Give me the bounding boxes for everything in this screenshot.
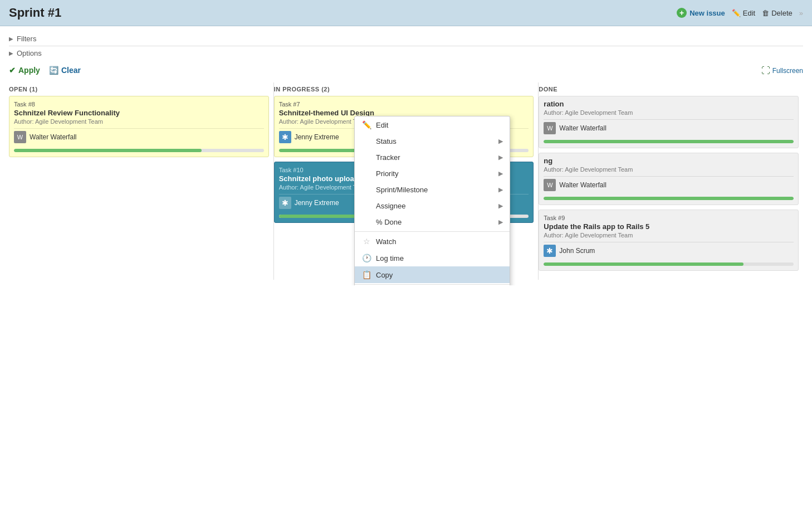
refresh-icon: 🔄 [49, 66, 58, 75]
card-task8-progress [14, 149, 264, 152]
card-task9[interactable]: Task #9 Update the Rails app to Rails 5 … [539, 210, 799, 271]
menu-item-copy[interactable]: 📋 Copy [355, 266, 510, 283]
card-task9-assignee: ✱ John Scrum [544, 242, 794, 259]
card-partial2-title: ng [544, 157, 794, 165]
clear-button[interactable]: 🔄 Clear [49, 66, 81, 75]
main-content: ▶ Filters ▶ Options ✔ Apply 🔄 Clear ⛶ Fu… [0, 26, 812, 285]
context-menu: ✏️ Edit Status ▶ Tracker ▶ [354, 116, 510, 285]
fullscreen-icon: ⛶ [761, 66, 770, 76]
menu-divider-1 [355, 231, 510, 232]
card-partial1-author: Author: Agile Development Team [544, 109, 794, 116]
page-title: Sprint #1 [9, 6, 61, 20]
card-task8-author: Author: Agile Development Team [14, 118, 264, 125]
header-separator: » [799, 9, 803, 17]
card-partial1-progress [544, 140, 794, 143]
watch-star-icon: ☆ [361, 237, 371, 246]
new-issue-button[interactable]: + New issue [677, 8, 725, 18]
pencil-icon: ✏️ [732, 9, 741, 17]
done-pct-arrow-icon: ▶ [498, 218, 503, 226]
menu-item-watch[interactable]: ☆ Watch [355, 233, 510, 250]
card-task8-number: Task #8 [14, 101, 264, 108]
filters-label: Filters [17, 35, 36, 43]
board-wrapper: ⛶ Fullscreen OPEN (1) Task #8 Schnitzel … [9, 82, 803, 280]
plus-icon: + [677, 8, 687, 18]
menu-divider-2 [355, 284, 510, 285]
avatar-jenny-2: ✱ [279, 197, 291, 209]
log-time-clock-icon: 🕐 [361, 254, 371, 262]
edit-button[interactable]: ✏️ Edit [732, 9, 755, 17]
tracker-arrow-icon: ▶ [498, 154, 503, 161]
menu-item-status[interactable]: Status ▶ [355, 133, 510, 149]
card-task9-progress-bar [544, 262, 743, 266]
avatar-walter-3: W [544, 179, 556, 191]
menu-item-priority[interactable]: Priority ▶ [355, 166, 510, 182]
apply-button[interactable]: ✔ Apply [9, 66, 40, 75]
checkmark-icon: ✔ [9, 66, 16, 75]
avatar-walter-2: W [544, 122, 556, 134]
header-actions: + New issue ✏️ Edit 🗑 Delete » [677, 8, 803, 18]
card-task9-progress [544, 262, 794, 266]
card-partial2-assignee: W Walter Waterfall [544, 176, 794, 193]
card-task9-number: Task #9 [544, 215, 794, 221]
card-partial1-assignee: W Walter Waterfall [544, 119, 794, 137]
menu-item-assignee[interactable]: Assignee ▶ [355, 198, 510, 214]
menu-item-edit[interactable]: ✏️ Edit [355, 116, 510, 133]
header: Sprint #1 + New issue ✏️ Edit 🗑 Delete » [0, 0, 812, 26]
card-task9-author: Author: Agile Development Team [544, 232, 794, 239]
card-task8-assignee: W Walter Waterfall [14, 128, 264, 145]
fullscreen-button[interactable]: ⛶ Fullscreen [761, 66, 803, 76]
options-row[interactable]: ▶ Options [9, 46, 803, 60]
options-arrow-icon: ▶ [9, 50, 13, 56]
filters-row[interactable]: ▶ Filters [9, 32, 803, 46]
card-partial1-title: ration [544, 100, 794, 108]
card-partial2-progress-bar [544, 197, 794, 200]
avatar-jenny-1: ✱ [279, 131, 291, 143]
card-task8[interactable]: Task #8 Schnitzel Review Functionality A… [9, 96, 269, 157]
column-done: DONE ration Author: Agile Development Te… [539, 82, 803, 280]
filter-actions: ✔ Apply 🔄 Clear [9, 60, 803, 80]
column-open-header: OPEN (1) [9, 82, 269, 96]
column-done-header: DONE [539, 82, 799, 96]
edit-icon: ✏️ [361, 120, 371, 129]
delete-button[interactable]: 🗑 Delete [762, 9, 793, 17]
menu-item-sprint[interactable]: Sprint/Milestone ▶ [355, 182, 510, 198]
copy-icon: 📋 [361, 270, 371, 279]
avatar-john: ✱ [544, 245, 556, 257]
card-partial-1[interactable]: ration Author: Agile Development Team W … [539, 96, 799, 148]
card-task8-progress-bar [14, 149, 202, 152]
status-arrow-icon: ▶ [498, 138, 503, 145]
menu-item-done-pct[interactable]: % Done ▶ [355, 214, 510, 230]
menu-item-tracker[interactable]: Tracker ▶ [355, 149, 510, 166]
card-partial1-progress-bar [544, 140, 794, 143]
sprint-arrow-icon: ▶ [498, 186, 503, 193]
column-in-progress-header: IN PROGRESS (2) [274, 82, 534, 96]
assignee-arrow-icon: ▶ [498, 202, 503, 210]
card-partial-2[interactable]: ng Author: Agile Development Team W Walt… [539, 153, 799, 205]
filters-arrow-icon: ▶ [9, 36, 13, 42]
card-partial2-author: Author: Agile Development Team [544, 166, 794, 173]
card-task9-title: Update the Rails app to Rails 5 [544, 222, 794, 231]
options-label: Options [17, 49, 42, 57]
avatar-walter: W [14, 131, 26, 143]
card-task7-number: Task #7 [279, 101, 529, 108]
card-partial2-progress [544, 197, 794, 200]
menu-item-log-time[interactable]: 🕐 Log time [355, 250, 510, 266]
column-open: OPEN (1) Task #8 Schnitzel Review Functi… [9, 82, 274, 280]
card-task8-title: Schnitzel Review Functionality [14, 109, 264, 117]
priority-arrow-icon: ▶ [498, 170, 503, 177]
trash-icon: 🗑 [762, 9, 769, 17]
